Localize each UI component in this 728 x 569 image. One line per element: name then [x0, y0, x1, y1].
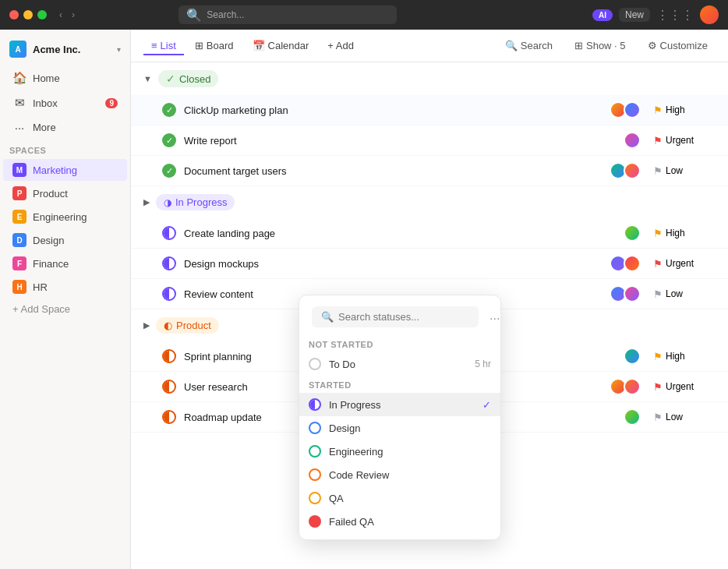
- status-search-bar[interactable]: 🔍: [312, 306, 479, 327]
- close-dot[interactable]: [9, 10, 19, 19]
- task-assignees: [613, 162, 641, 179]
- search-button[interactable]: 🔍 Search: [497, 36, 560, 55]
- task-status-icon[interactable]: [162, 287, 176, 301]
- sidebar-product-label: Product: [33, 188, 68, 200]
- priority-label: Urgent: [666, 381, 694, 392]
- started-label: STARTED: [299, 376, 500, 393]
- list-item[interactable]: Engineering: [299, 440, 500, 463]
- sidebar-item-finance[interactable]: F Finance: [3, 253, 127, 274]
- list-item[interactable]: Failed QA: [299, 510, 500, 533]
- list-icon: ≡: [151, 40, 157, 51]
- show-button[interactable]: ⊞ Show · 5: [567, 36, 634, 55]
- table-row[interactable]: ⠿ ✓ ClickUp marketing plan ⚑ High: [131, 95, 728, 125]
- flag-icon: ⚑: [653, 288, 663, 300]
- search-icon: 🔍: [186, 8, 202, 23]
- dropdown-more-button[interactable]: ···: [489, 312, 500, 326]
- priority-label: Low: [666, 165, 683, 176]
- status-search-input[interactable]: [338, 311, 469, 323]
- forward-button[interactable]: ›: [69, 8, 78, 22]
- flag-icon: ⚑: [653, 412, 663, 423]
- product-icon: ◐: [164, 320, 172, 331]
- workspace-header[interactable]: A Acme Inc. ▾: [0, 36, 130, 62]
- priority-badge: ⚑ Urgent: [653, 381, 716, 393]
- sidebar-item-engineering[interactable]: E Engineering: [3, 206, 127, 228]
- back-button[interactable]: ‹: [56, 8, 65, 22]
- codereview-status-icon: [309, 468, 321, 481]
- task-status-icon[interactable]: ✓: [162, 133, 176, 147]
- sidebar-design-label: Design: [33, 235, 64, 246]
- table-row[interactable]: ⠿ ✓ Write report ⚑ Urgent: [131, 125, 728, 156]
- titlebar-search-text: Search...: [207, 9, 244, 20]
- sidebar-inbox-label: Inbox: [33, 97, 58, 109]
- board-view-button[interactable]: ⊞ Board: [187, 36, 242, 55]
- sidebar-item-design[interactable]: D Design: [3, 229, 127, 251]
- task-status-icon[interactable]: [162, 256, 176, 270]
- titlebar-search-bar[interactable]: 🔍 Search...: [178, 5, 397, 24]
- calendar-view-button[interactable]: 📅 Calendar: [245, 36, 317, 55]
- check-icon: ✓: [482, 399, 491, 411]
- priority-label: High: [666, 351, 685, 362]
- add-space-button[interactable]: + Add Space: [3, 299, 127, 319]
- task-name: Document target users: [184, 165, 613, 177]
- task-status-icon[interactable]: ✓: [162, 103, 176, 117]
- task-status-icon[interactable]: [162, 349, 176, 363]
- list-item[interactable]: To Do 5 hr: [299, 352, 500, 376]
- table-row[interactable]: ⠿ Design mockups ⚑ Urgent: [131, 249, 728, 279]
- list-item[interactable]: In Progress ✓: [299, 393, 500, 416]
- list-item[interactable]: Code Review: [299, 463, 500, 486]
- inprogress-circle-icon: ◑: [164, 197, 171, 208]
- engineering-space-icon: E: [12, 210, 27, 224]
- apps-icon[interactable]: ⋮⋮⋮: [656, 8, 694, 23]
- add-view-button[interactable]: + Add: [320, 36, 362, 55]
- customize-button[interactable]: ⚙ Customize: [640, 36, 716, 55]
- task-assignees: [613, 285, 641, 302]
- task-status-icon[interactable]: [162, 226, 176, 240]
- task-status-icon[interactable]: ✓: [162, 164, 176, 178]
- priority-label: Low: [666, 288, 683, 299]
- closed-chevron-icon[interactable]: ▼: [143, 74, 152, 83]
- titlebar: ‹ › 🔍 Search... AI New ⋮⋮⋮: [0, 0, 728, 30]
- sidebar: A Acme Inc. ▾ 🏠 Home ✉ Inbox 9 ··· More …: [0, 30, 131, 569]
- task-assignees: [627, 348, 641, 365]
- finance-space-icon: F: [12, 256, 27, 270]
- show-icon: ⊞: [574, 40, 583, 51]
- sidebar-item-inbox[interactable]: ✉ Inbox 9: [3, 91, 127, 115]
- avatar: [624, 224, 641, 242]
- list-item[interactable]: QA: [299, 486, 500, 510]
- closed-label: Closed: [179, 73, 210, 85]
- add-space-label: + Add Space: [12, 303, 70, 315]
- user-avatar[interactable]: [700, 5, 719, 24]
- new-button[interactable]: New: [619, 8, 650, 22]
- task-status-icon[interactable]: [162, 380, 176, 394]
- maximize-dot[interactable]: [37, 10, 47, 19]
- closed-section-header[interactable]: ▼ ✓ Closed: [131, 62, 728, 95]
- sidebar-item-product[interactable]: P Product: [3, 182, 127, 204]
- minimize-dot[interactable]: [23, 10, 33, 19]
- product-chevron-icon[interactable]: ▶: [143, 320, 150, 330]
- list-item[interactable]: Design: [299, 416, 500, 440]
- failedqa-dropdown-label: Failed QA: [329, 516, 374, 528]
- sidebar-item-home[interactable]: 🏠 Home: [3, 66, 127, 90]
- inprogress-status-icon: [309, 398, 321, 411]
- inprogress-chevron-icon[interactable]: ▶: [143, 197, 150, 207]
- ai-badge[interactable]: AI: [592, 9, 613, 21]
- toolbar: ≡ List ⊞ Board 📅 Calendar + Add 🔍 Search: [131, 30, 728, 62]
- priority-badge: ⚑ High: [653, 228, 716, 239]
- inprogress-section-header[interactable]: ▶ ◑ In Progress: [131, 186, 728, 218]
- design-space-icon: D: [12, 233, 27, 247]
- search-icon: 🔍: [321, 311, 334, 323]
- avatar: [624, 162, 641, 179]
- failedqa-status-icon: [309, 515, 321, 528]
- sidebar-home-label: Home: [33, 72, 60, 84]
- table-row[interactable]: ⠿ ✓ Document target users ⚑ Low: [131, 156, 728, 186]
- sidebar-item-more[interactable]: ··· More: [3, 116, 127, 139]
- table-row[interactable]: ⠿ Create landing page ⚑ High: [131, 218, 728, 249]
- list-view-button[interactable]: ≡ List: [143, 36, 184, 55]
- task-name: Design mockups: [184, 258, 613, 270]
- sidebar-item-hr[interactable]: H HR: [3, 276, 127, 298]
- sidebar-item-marketing[interactable]: M Marketing: [3, 159, 127, 181]
- flag-icon: ⚑: [653, 104, 663, 116]
- flag-icon: ⚑: [653, 351, 663, 362]
- task-status-icon[interactable]: [162, 410, 176, 424]
- avatar: [624, 285, 641, 302]
